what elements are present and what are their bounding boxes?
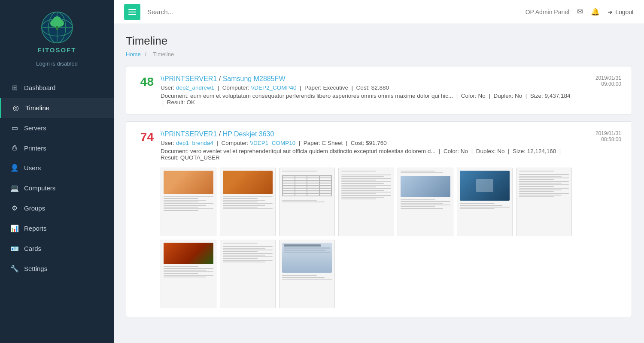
entry-user-2[interactable]: dep1_brenda4 (176, 140, 213, 146)
users-icon: 👤 (10, 164, 19, 172)
entry-title-1: \\PRINTSERVER1 / Samsung M2885FW (161, 75, 571, 83)
entry-meta-1: User: dep2_andrew1 | Computer: \\DEP2_CO… (161, 84, 571, 91)
entry-meta-2: User: dep1_brenda4 | Computer: \\DEP1_CO… (161, 140, 571, 146)
sidebar-label-cards: Cards (24, 245, 41, 252)
brand-name: FITOSOFT (38, 46, 76, 54)
svg-rect-11 (128, 9, 136, 10)
sidebar-item-servers[interactable]: ▭ Servers (0, 118, 114, 138)
svg-rect-12 (128, 12, 136, 12)
header: OP Admin Panel ✉ 🔔 ➜ Logout (114, 0, 644, 24)
thumbnail-2[interactable] (220, 168, 276, 236)
entry-info-2: \\PRINTSERVER1 / HP Deskjet 3630 User: d… (161, 130, 571, 161)
thumbnail-1[interactable] (161, 168, 216, 236)
sidebar-item-cards[interactable]: 🪪 Cards (0, 238, 114, 259)
thumbnails-grid-2 (161, 168, 621, 308)
main-area: OP Admin Panel ✉ 🔔 ➜ Logout Timeline Hom… (114, 0, 644, 343)
logo-icon (40, 10, 74, 45)
svg-rect-13 (128, 14, 136, 15)
breadcrumb-home[interactable]: Home (126, 51, 141, 57)
sidebar-label-printers: Printers (24, 144, 46, 152)
thumbnail-7[interactable] (516, 168, 572, 236)
sidebar-label-settings: Settings (24, 265, 47, 272)
logout-label: Logout (615, 9, 634, 15)
sidebar-label-reports: Reports (24, 225, 47, 232)
sidebar-item-reports[interactable]: 📊 Reports (0, 218, 114, 238)
hamburger-button[interactable] (124, 4, 140, 20)
breadcrumb-current: Timeline (153, 51, 174, 57)
breadcrumb: Home / Timeline (126, 51, 632, 57)
sidebar-item-settings[interactable]: 🔧 Settings (0, 259, 114, 279)
entry-server-2[interactable]: \\PRINTSERVER1 (161, 130, 217, 138)
breadcrumb-separator: / (145, 51, 148, 57)
timeline-entry-1: 48 \\PRINTSERVER1 / Samsung M2885FW User… (126, 66, 632, 114)
sidebar-item-timeline[interactable]: ◎ Timeline (0, 98, 114, 118)
entry-doc-1: Document: eum eum et voluptatum consequa… (161, 93, 571, 105)
computers-icon: 💻 (10, 184, 19, 192)
entry-user-1[interactable]: dep2_andrew1 (176, 84, 214, 91)
entry-header-2: 74 \\PRINTSERVER1 / HP Deskjet 3630 User… (137, 130, 621, 161)
entry-doc-2: Document: vero eveniet vel et reprehende… (161, 148, 571, 161)
sidebar-label-computers: Computers (24, 184, 55, 192)
entry-info-1: \\PRINTSERVER1 / Samsung M2885FW User: d… (161, 75, 571, 105)
thumbnail-5[interactable] (398, 168, 453, 236)
reports-icon: 📊 (10, 224, 19, 232)
thumbnail-9[interactable] (220, 240, 276, 308)
entry-paper-2: Paper: E Sheet (304, 140, 343, 146)
entry-paper-1: Paper: Executive (304, 84, 348, 91)
timeline-icon: ◎ (12, 104, 20, 112)
sidebar-label-timeline: Timeline (25, 104, 49, 111)
entry-computer-1[interactable]: \\DEP2_COMP40 (251, 84, 297, 91)
page-content: Timeline Home / Timeline 48 \\PRINTSERVE… (114, 24, 644, 343)
logout-arrow-icon: ➜ (608, 9, 613, 15)
sidebar-item-printers[interactable]: ⎙ Printers (0, 138, 114, 158)
entry-datetime-2: 2019/01/3108:58:00 (578, 130, 621, 142)
entry-computer-2[interactable]: \\DEP1_COMP10 (250, 140, 295, 146)
header-right: OP Admin Panel ✉ 🔔 ➜ Logout (526, 7, 634, 16)
cards-icon: 🪪 (10, 244, 19, 253)
entry-server-1[interactable]: \\PRINTSERVER1 (161, 75, 217, 82)
entry-printer-2[interactable]: HP Deskjet 3630 (223, 130, 274, 138)
thumbnail-4[interactable] (338, 168, 394, 236)
groups-icon: ⚙ (10, 204, 19, 212)
dashboard-icon: ⊞ (10, 84, 19, 92)
printers-icon: ⎙ (10, 144, 19, 152)
entry-datetime-1: 2019/01/3109:00:00 (578, 75, 621, 87)
timeline-entry-2: 74 \\PRINTSERVER1 / HP Deskjet 3630 User… (126, 121, 632, 317)
mail-icon[interactable]: ✉ (577, 7, 583, 16)
login-status: Login is disabled (0, 59, 114, 74)
bell-icon[interactable]: 🔔 (591, 7, 600, 16)
settings-icon: 🔧 (10, 265, 19, 273)
thumbnail-3[interactable] (279, 168, 335, 236)
sidebar-item-users[interactable]: 👤 Users (0, 158, 114, 178)
svg-rect-10 (56, 26, 58, 30)
thumbnail-6[interactable] (457, 168, 513, 236)
entry-cost-1: Cost: $2.880 (356, 84, 389, 91)
sidebar-label-dashboard: Dashboard (24, 84, 55, 91)
servers-icon: ▭ (10, 124, 19, 132)
admin-panel-label: OP Admin Panel (526, 9, 569, 15)
thumbnail-8[interactable] (161, 240, 216, 308)
entry-cost-2: Cost: $91.760 (351, 140, 387, 146)
entry-number-2: 74 (137, 130, 154, 144)
sidebar-item-dashboard[interactable]: ⊞ Dashboard (0, 78, 114, 98)
page-title: Timeline (126, 34, 632, 48)
logo-area: FITOSOFT (0, 0, 114, 59)
sidebar-label-servers: Servers (24, 124, 46, 132)
entry-header-1: 48 \\PRINTSERVER1 / Samsung M2885FW User… (137, 75, 621, 105)
entry-title-2: \\PRINTSERVER1 / HP Deskjet 3630 (161, 130, 571, 138)
search-input[interactable] (147, 8, 519, 15)
entry-printer-1[interactable]: Samsung M2885FW (223, 75, 286, 82)
sidebar-nav: ⊞ Dashboard ◎ Timeline ▭ Servers ⎙ Print… (0, 74, 114, 279)
logout-button[interactable]: ➜ Logout (608, 9, 634, 15)
sidebar-label-users: Users (24, 164, 41, 172)
sidebar-item-computers[interactable]: 💻 Computers (0, 178, 114, 198)
sidebar-item-groups[interactable]: ⚙ Groups (0, 198, 114, 218)
sidebar: FITOSOFT Login is disabled ⊞ Dashboard ◎… (0, 0, 114, 343)
sidebar-label-groups: Groups (24, 205, 45, 212)
thumbnail-10[interactable] (279, 240, 335, 308)
entry-number-1: 48 (137, 75, 154, 89)
